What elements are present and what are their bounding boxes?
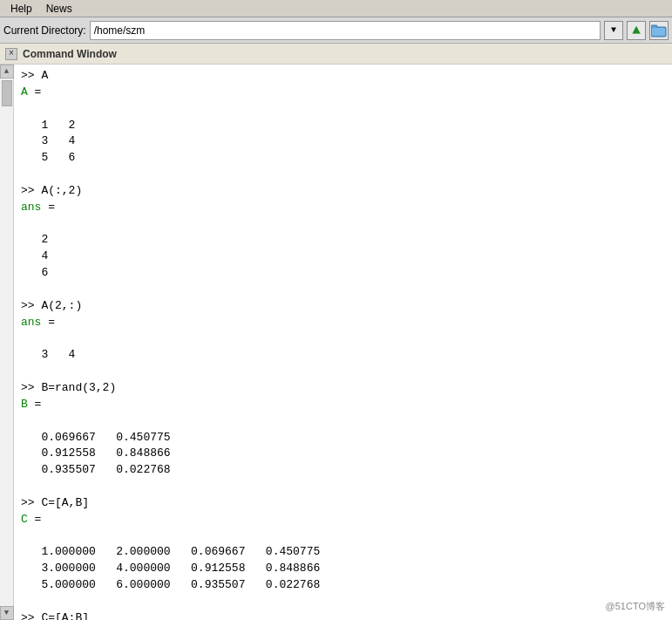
scroll-down-arrow[interactable]: ▼	[0, 606, 14, 620]
left-scrollbar: ▲ ▼	[0, 65, 14, 620]
svg-rect-2	[652, 28, 665, 36]
menu-help[interactable]: Help	[3, 3, 39, 15]
directory-input[interactable]	[90, 21, 601, 40]
directory-dropdown[interactable]: ▼	[604, 21, 623, 40]
folder-icon	[651, 24, 667, 37]
watermark: @51CTO博客	[606, 600, 665, 613]
toolbar: Current Directory: ▼ ▲	[0, 17, 672, 44]
content-area: ▲ ▼ >> A A = 1 2 3 4 5 6 >> A(:,2) ans =…	[0, 65, 672, 620]
panel-title: Command Window	[23, 48, 117, 60]
scroll-thumb[interactable]	[2, 80, 12, 106]
command-output[interactable]: >> A A = 1 2 3 4 5 6 >> A(:,2) ans = 2 4…	[14, 65, 672, 620]
menu-news[interactable]: News	[39, 3, 79, 15]
open-folder-button[interactable]	[649, 21, 669, 40]
panel-title-bar: × Command Window	[0, 44, 672, 65]
directory-label: Current Directory:	[3, 24, 86, 37]
menubar: Help News	[0, 0, 672, 17]
panel-close-button[interactable]: ×	[5, 48, 17, 60]
scroll-track	[0, 78, 13, 606]
command-text: >> A A = 1 2 3 4 5 6 >> A(:,2) ans = 2 4…	[21, 68, 665, 620]
scroll-up-arrow[interactable]: ▲	[0, 65, 14, 78]
navigate-up-button[interactable]: ▲	[627, 21, 646, 40]
command-window-panel: × Command Window ▲ ▼ >> A A = 1 2 3 4 5 …	[0, 44, 672, 620]
